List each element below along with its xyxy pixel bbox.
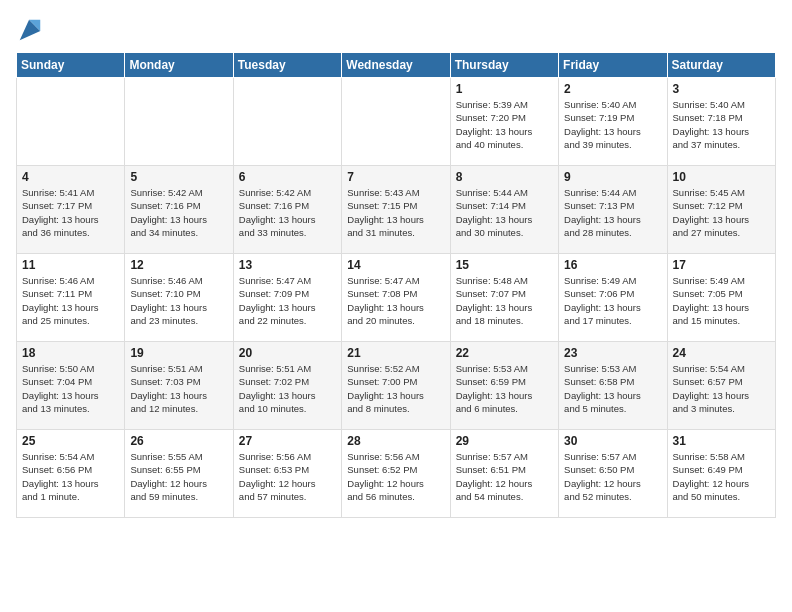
- day-info: Sunrise: 5:53 AMSunset: 6:59 PMDaylight:…: [456, 362, 553, 415]
- calendar-cell: 6Sunrise: 5:42 AMSunset: 7:16 PMDaylight…: [233, 166, 341, 254]
- calendar-cell: [342, 78, 450, 166]
- calendar-cell: 24Sunrise: 5:54 AMSunset: 6:57 PMDayligh…: [667, 342, 775, 430]
- day-info: Sunrise: 5:42 AMSunset: 7:16 PMDaylight:…: [130, 186, 227, 239]
- day-number: 13: [239, 258, 336, 272]
- day-info: Sunrise: 5:45 AMSunset: 7:12 PMDaylight:…: [673, 186, 770, 239]
- day-info: Sunrise: 5:40 AMSunset: 7:18 PMDaylight:…: [673, 98, 770, 151]
- calendar-cell: 31Sunrise: 5:58 AMSunset: 6:49 PMDayligh…: [667, 430, 775, 518]
- day-number: 5: [130, 170, 227, 184]
- day-info: Sunrise: 5:55 AMSunset: 6:55 PMDaylight:…: [130, 450, 227, 503]
- day-info: Sunrise: 5:56 AMSunset: 6:53 PMDaylight:…: [239, 450, 336, 503]
- calendar-cell: 19Sunrise: 5:51 AMSunset: 7:03 PMDayligh…: [125, 342, 233, 430]
- day-info: Sunrise: 5:47 AMSunset: 7:08 PMDaylight:…: [347, 274, 444, 327]
- day-info: Sunrise: 5:48 AMSunset: 7:07 PMDaylight:…: [456, 274, 553, 327]
- day-number: 29: [456, 434, 553, 448]
- day-info: Sunrise: 5:54 AMSunset: 6:57 PMDaylight:…: [673, 362, 770, 415]
- calendar-cell: 23Sunrise: 5:53 AMSunset: 6:58 PMDayligh…: [559, 342, 667, 430]
- day-info: Sunrise: 5:56 AMSunset: 6:52 PMDaylight:…: [347, 450, 444, 503]
- day-info: Sunrise: 5:47 AMSunset: 7:09 PMDaylight:…: [239, 274, 336, 327]
- calendar-cell: 4Sunrise: 5:41 AMSunset: 7:17 PMDaylight…: [17, 166, 125, 254]
- day-number: 11: [22, 258, 119, 272]
- day-number: 9: [564, 170, 661, 184]
- day-info: Sunrise: 5:57 AMSunset: 6:51 PMDaylight:…: [456, 450, 553, 503]
- day-info: Sunrise: 5:40 AMSunset: 7:19 PMDaylight:…: [564, 98, 661, 151]
- calendar-table: SundayMondayTuesdayWednesdayThursdayFrid…: [16, 52, 776, 518]
- calendar-cell: 28Sunrise: 5:56 AMSunset: 6:52 PMDayligh…: [342, 430, 450, 518]
- day-info: Sunrise: 5:54 AMSunset: 6:56 PMDaylight:…: [22, 450, 119, 503]
- weekday-header-monday: Monday: [125, 53, 233, 78]
- day-number: 30: [564, 434, 661, 448]
- calendar-cell: 12Sunrise: 5:46 AMSunset: 7:10 PMDayligh…: [125, 254, 233, 342]
- day-number: 23: [564, 346, 661, 360]
- day-info: Sunrise: 5:41 AMSunset: 7:17 PMDaylight:…: [22, 186, 119, 239]
- weekday-header-friday: Friday: [559, 53, 667, 78]
- calendar-cell: 17Sunrise: 5:49 AMSunset: 7:05 PMDayligh…: [667, 254, 775, 342]
- day-number: 22: [456, 346, 553, 360]
- day-number: 31: [673, 434, 770, 448]
- day-number: 25: [22, 434, 119, 448]
- day-number: 28: [347, 434, 444, 448]
- day-number: 27: [239, 434, 336, 448]
- day-number: 20: [239, 346, 336, 360]
- day-number: 8: [456, 170, 553, 184]
- day-info: Sunrise: 5:42 AMSunset: 7:16 PMDaylight:…: [239, 186, 336, 239]
- calendar-cell: 1Sunrise: 5:39 AMSunset: 7:20 PMDaylight…: [450, 78, 558, 166]
- day-number: 7: [347, 170, 444, 184]
- day-info: Sunrise: 5:39 AMSunset: 7:20 PMDaylight:…: [456, 98, 553, 151]
- day-info: Sunrise: 5:46 AMSunset: 7:11 PMDaylight:…: [22, 274, 119, 327]
- day-info: Sunrise: 5:44 AMSunset: 7:13 PMDaylight:…: [564, 186, 661, 239]
- calendar-cell: [233, 78, 341, 166]
- day-number: 10: [673, 170, 770, 184]
- day-number: 21: [347, 346, 444, 360]
- calendar-cell: 15Sunrise: 5:48 AMSunset: 7:07 PMDayligh…: [450, 254, 558, 342]
- calendar-cell: 10Sunrise: 5:45 AMSunset: 7:12 PMDayligh…: [667, 166, 775, 254]
- weekday-header-tuesday: Tuesday: [233, 53, 341, 78]
- day-info: Sunrise: 5:57 AMSunset: 6:50 PMDaylight:…: [564, 450, 661, 503]
- calendar-cell: 9Sunrise: 5:44 AMSunset: 7:13 PMDaylight…: [559, 166, 667, 254]
- day-info: Sunrise: 5:52 AMSunset: 7:00 PMDaylight:…: [347, 362, 444, 415]
- calendar-cell: 30Sunrise: 5:57 AMSunset: 6:50 PMDayligh…: [559, 430, 667, 518]
- day-number: 12: [130, 258, 227, 272]
- day-number: 19: [130, 346, 227, 360]
- logo: [16, 16, 50, 44]
- calendar-cell: [125, 78, 233, 166]
- day-number: 4: [22, 170, 119, 184]
- day-number: 17: [673, 258, 770, 272]
- calendar-cell: 22Sunrise: 5:53 AMSunset: 6:59 PMDayligh…: [450, 342, 558, 430]
- day-number: 16: [564, 258, 661, 272]
- calendar-cell: 18Sunrise: 5:50 AMSunset: 7:04 PMDayligh…: [17, 342, 125, 430]
- calendar-cell: 7Sunrise: 5:43 AMSunset: 7:15 PMDaylight…: [342, 166, 450, 254]
- day-info: Sunrise: 5:50 AMSunset: 7:04 PMDaylight:…: [22, 362, 119, 415]
- day-number: 26: [130, 434, 227, 448]
- day-number: 14: [347, 258, 444, 272]
- calendar-cell: [17, 78, 125, 166]
- day-number: 18: [22, 346, 119, 360]
- calendar-cell: 13Sunrise: 5:47 AMSunset: 7:09 PMDayligh…: [233, 254, 341, 342]
- calendar-cell: 26Sunrise: 5:55 AMSunset: 6:55 PMDayligh…: [125, 430, 233, 518]
- day-info: Sunrise: 5:51 AMSunset: 7:02 PMDaylight:…: [239, 362, 336, 415]
- day-info: Sunrise: 5:49 AMSunset: 7:05 PMDaylight:…: [673, 274, 770, 327]
- day-info: Sunrise: 5:51 AMSunset: 7:03 PMDaylight:…: [130, 362, 227, 415]
- page-header: [16, 16, 776, 44]
- calendar-cell: 25Sunrise: 5:54 AMSunset: 6:56 PMDayligh…: [17, 430, 125, 518]
- weekday-header-sunday: Sunday: [17, 53, 125, 78]
- weekday-header-thursday: Thursday: [450, 53, 558, 78]
- day-info: Sunrise: 5:53 AMSunset: 6:58 PMDaylight:…: [564, 362, 661, 415]
- calendar-cell: 8Sunrise: 5:44 AMSunset: 7:14 PMDaylight…: [450, 166, 558, 254]
- calendar-cell: 20Sunrise: 5:51 AMSunset: 7:02 PMDayligh…: [233, 342, 341, 430]
- weekday-header-wednesday: Wednesday: [342, 53, 450, 78]
- calendar-cell: 5Sunrise: 5:42 AMSunset: 7:16 PMDaylight…: [125, 166, 233, 254]
- day-info: Sunrise: 5:46 AMSunset: 7:10 PMDaylight:…: [130, 274, 227, 327]
- day-info: Sunrise: 5:43 AMSunset: 7:15 PMDaylight:…: [347, 186, 444, 239]
- day-number: 6: [239, 170, 336, 184]
- day-info: Sunrise: 5:58 AMSunset: 6:49 PMDaylight:…: [673, 450, 770, 503]
- calendar-cell: 16Sunrise: 5:49 AMSunset: 7:06 PMDayligh…: [559, 254, 667, 342]
- day-number: 3: [673, 82, 770, 96]
- day-info: Sunrise: 5:44 AMSunset: 7:14 PMDaylight:…: [456, 186, 553, 239]
- calendar-cell: 3Sunrise: 5:40 AMSunset: 7:18 PMDaylight…: [667, 78, 775, 166]
- day-number: 15: [456, 258, 553, 272]
- calendar-cell: 11Sunrise: 5:46 AMSunset: 7:11 PMDayligh…: [17, 254, 125, 342]
- calendar-cell: 29Sunrise: 5:57 AMSunset: 6:51 PMDayligh…: [450, 430, 558, 518]
- weekday-header-saturday: Saturday: [667, 53, 775, 78]
- calendar-cell: 14Sunrise: 5:47 AMSunset: 7:08 PMDayligh…: [342, 254, 450, 342]
